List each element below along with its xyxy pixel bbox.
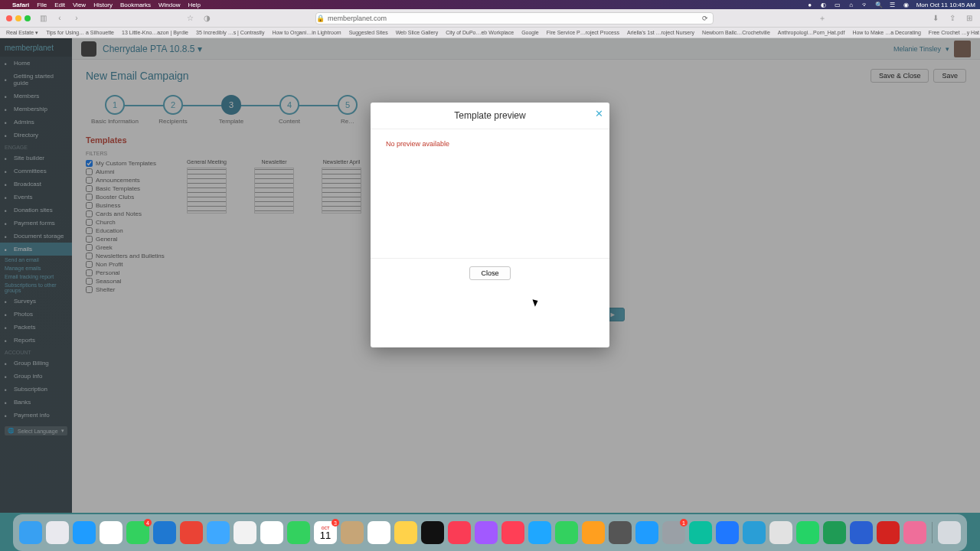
badge: 4 xyxy=(144,519,152,527)
menubar-app[interactable]: Safari xyxy=(12,2,29,8)
favorite-link[interactable]: Free Crochet …y Hat Pattern xyxy=(927,30,980,35)
dock-app-globe[interactable] xyxy=(743,521,766,544)
favorites-bar: Real Estate ▾Tips for Using… a Silhouett… xyxy=(0,28,980,38)
share-icon[interactable]: ⇪ xyxy=(948,14,957,23)
dock-app-numbers[interactable] xyxy=(555,521,578,544)
dock-app-keynote[interactable] xyxy=(528,521,551,544)
tabs-icon[interactable]: ⊞ xyxy=(965,14,974,23)
dock-app-photos[interactable] xyxy=(260,521,283,544)
dock-trash[interactable] xyxy=(938,521,961,544)
favorite-link[interactable]: Real Estate ▾ xyxy=(5,30,40,36)
new-tab-button[interactable]: ＋ xyxy=(818,14,827,23)
reload-icon[interactable]: ⟳ xyxy=(702,15,708,22)
bookmark-icon[interactable]: ☆ xyxy=(185,14,194,23)
menu-history[interactable]: History xyxy=(93,2,113,8)
browser-toolbar: ▥ ‹ › ☆ ◑ 🔒 memberplanet.com ⟳ ＋ ⬇ ⇪ ⊞ xyxy=(0,9,980,28)
menu-bookmarks[interactable]: Bookmarks xyxy=(120,2,151,8)
favorite-link[interactable]: Web Slice Gallery xyxy=(394,30,440,35)
favorite-link[interactable]: Anthropologi…Porn_Hat.pdf xyxy=(776,30,847,35)
dock-app-messages[interactable]: 4 xyxy=(126,521,149,544)
modal-message: No preview available xyxy=(386,140,449,148)
lock-icon: 🔒 xyxy=(316,15,325,22)
downloads-icon[interactable]: ⬇ xyxy=(931,14,940,23)
dock-app-chrome[interactable] xyxy=(100,521,122,544)
dock-app-music[interactable] xyxy=(448,521,471,544)
menu-view[interactable]: View xyxy=(73,2,86,8)
modal-overlay[interactable]: Template preview ✕ No preview available … xyxy=(0,38,980,513)
favorite-link[interactable]: Tips for Using… a Silhouette xyxy=(44,30,116,35)
dock-app-misc[interactable] xyxy=(903,521,926,544)
favorite-link[interactable]: How to Make …a Decorating xyxy=(851,30,922,35)
dock-app-podcasts[interactable] xyxy=(475,521,498,544)
dock-app-word[interactable] xyxy=(850,521,873,544)
menu-edit[interactable]: Edit xyxy=(54,2,65,8)
dock-app-reminders[interactable] xyxy=(368,521,390,544)
status-sync-icon[interactable]: ◐ xyxy=(820,1,828,8)
dock-app-printer[interactable] xyxy=(769,521,792,544)
dock-app-notes[interactable] xyxy=(394,521,417,544)
dock-app-outlook[interactable] xyxy=(153,521,176,544)
dock-app-finder[interactable] xyxy=(19,521,42,544)
dock-app-appletv[interactable] xyxy=(421,521,444,544)
url-bar[interactable]: 🔒 memberplanet.com ⟳ xyxy=(315,12,714,24)
dock-app-zoom[interactable] xyxy=(716,521,739,544)
favorite-link[interactable]: Suggested Sites xyxy=(348,30,390,35)
back-button[interactable]: ‹ xyxy=(55,14,64,23)
window-controls[interactable] xyxy=(6,15,31,21)
dock-app-launchpad[interactable] xyxy=(46,521,69,544)
url-text: memberplanet.com xyxy=(328,15,387,22)
dock-app-pages[interactable] xyxy=(582,521,605,544)
favorite-link[interactable]: 13 Little-Kno…azon | Byrdie xyxy=(120,30,190,35)
dock-app-gmail[interactable] xyxy=(180,521,203,544)
modal-footer: Close xyxy=(371,258,609,288)
dock-app-appstore[interactable] xyxy=(635,521,658,544)
forward-button[interactable]: › xyxy=(72,14,81,23)
modal-spacer xyxy=(371,288,609,347)
modal-title: Template preview ✕ xyxy=(371,103,609,129)
app-frame: memberplanet ▪Home▪Getting started guide… xyxy=(0,38,980,513)
status-control-center-icon[interactable]: ☰ xyxy=(889,1,897,8)
privacy-icon[interactable]: ◑ xyxy=(202,14,211,23)
dock-app-facetime[interactable] xyxy=(287,521,310,544)
menu-file[interactable]: File xyxy=(37,2,47,8)
menu-help[interactable]: Help xyxy=(188,2,200,8)
dock-separator xyxy=(932,522,933,543)
status-record-icon[interactable]: ● xyxy=(806,1,814,8)
status-home-icon[interactable]: ⌂ xyxy=(848,1,855,8)
template-preview-modal: Template preview ✕ No preview available … xyxy=(371,103,609,347)
menubar-clock[interactable]: Mon Oct 11 10:45 AM xyxy=(916,2,975,8)
modal-body: No preview available xyxy=(371,129,609,258)
dock-app-webex[interactable] xyxy=(689,521,712,544)
dock-app-acrobat[interactable] xyxy=(877,521,900,544)
status-wifi-icon[interactable]: ᯤ xyxy=(861,1,869,8)
menu-window[interactable]: Window xyxy=(158,2,180,8)
dock-app-excel[interactable] xyxy=(823,521,846,544)
sidebar-toggle-icon[interactable]: ▥ xyxy=(38,14,47,23)
favorite-link[interactable]: How to Organi…in Lightroom xyxy=(270,30,342,35)
badge: 3 xyxy=(332,519,339,527)
favorite-link[interactable]: Ariella's 1st …roject Nursery xyxy=(626,30,696,35)
maximize-window-icon[interactable] xyxy=(24,15,31,21)
dock-app-whatsapp[interactable] xyxy=(796,521,819,544)
dock-app-contacts[interactable] xyxy=(341,521,364,544)
favorite-link[interactable]: Newborn Ballc…Crochetville xyxy=(701,30,772,35)
status-siri-icon[interactable]: ◉ xyxy=(903,1,910,8)
favorite-link[interactable]: Fire Service P…roject Process xyxy=(545,30,621,35)
minimize-window-icon[interactable] xyxy=(15,15,21,21)
favorite-link[interactable]: 35 Incredibly …s | Contrastly xyxy=(194,30,266,35)
dock-app-maps[interactable] xyxy=(234,521,256,544)
dock-app-safari[interactable] xyxy=(73,521,96,544)
status-display-icon[interactable]: ▭ xyxy=(834,1,841,8)
close-button[interactable]: Close xyxy=(469,266,510,280)
close-icon[interactable]: ✕ xyxy=(595,109,603,119)
status-search-icon[interactable]: 🔍 xyxy=(875,1,883,8)
dock-app-mail[interactable] xyxy=(207,521,230,544)
favorite-link[interactable]: Google xyxy=(520,30,541,35)
dock-app-settings[interactable]: 1 xyxy=(662,521,685,544)
favorite-link[interactable]: City of DuPo…eb Workplace xyxy=(444,30,515,35)
close-window-icon[interactable] xyxy=(6,15,12,21)
macos-menubar: Safari File Edit View History Bookmarks … xyxy=(0,0,980,9)
dock-app-news[interactable] xyxy=(501,521,524,544)
dock-app-calendar[interactable]: OCT113 xyxy=(314,521,337,544)
dock-app-calculator[interactable] xyxy=(609,521,632,544)
